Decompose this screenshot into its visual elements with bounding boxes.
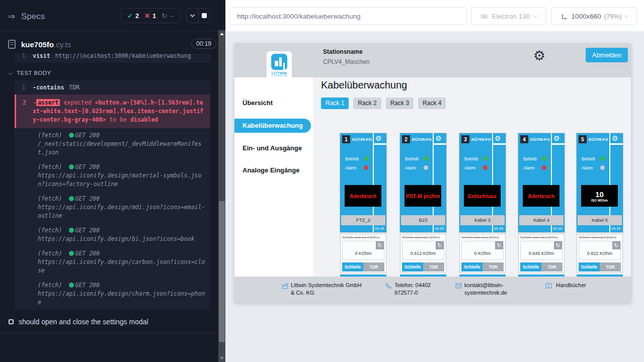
tdr-button[interactable]: TDR	[423, 262, 444, 272]
network-log-entry[interactable]: (fetch)GET 200 https://api.iconify.desig…	[15, 246, 210, 278]
resistance-value-box: ↻ 0.612 KOhm	[402, 241, 444, 260]
network-log-entry[interactable]: (fetch)GET 200 https://api.iconify.desig…	[15, 192, 210, 223]
specs-list-icon[interactable]: ⇒	[8, 11, 15, 22]
fetch-status: GET 200	[75, 250, 99, 257]
divider	[0, 332, 218, 333]
betrieb-label: Betrieb	[523, 156, 537, 161]
firmware-version: V4.19	[611, 227, 620, 230]
schleife-button[interactable]: Schleife	[402, 262, 423, 272]
schleife-button[interactable]: Schleife	[461, 262, 482, 272]
card-settings-gear-icon[interactable]: ⚙	[612, 135, 618, 142]
reporter-scrollbar[interactable]	[218, 30, 225, 362]
app-content: Kabelüberwachung Rack 1 Rack 2 Rack 3 Ra…	[313, 77, 631, 277]
station-name: CPLV4_Maschen	[323, 58, 370, 65]
test-body-header[interactable]: TEST BODY	[0, 65, 218, 80]
tdr-button[interactable]: TDR	[541, 262, 562, 272]
betrieb-label: Betrieb	[345, 156, 359, 161]
command-visit[interactable]: 1 visit http://localhost:3000/kabelueber…	[15, 53, 210, 63]
alarm-label: Alarm	[523, 165, 534, 170]
divider	[0, 31, 218, 31]
factory-icon	[281, 282, 289, 290]
sidebar-item-analoge-eingaenge[interactable]: Analoge Eingänge	[234, 166, 299, 174]
stat-passed: ✓2	[127, 12, 139, 20]
card-settings-gear-icon[interactable]: ⚙	[553, 135, 560, 142]
viewport-select[interactable]: 1000x660 (79%)	[551, 7, 637, 25]
collapse-button[interactable]	[187, 9, 199, 23]
scroll-up-arrow-icon[interactable]	[220, 33, 224, 35]
resistance-value-box: ↻ 0 KOhm	[342, 241, 384, 260]
url-input[interactable]	[230, 8, 466, 25]
tdr-button[interactable]: TDR	[363, 262, 384, 272]
browser-select[interactable]: Electron 130	[471, 7, 546, 25]
command-assert-failed[interactable]: 2 -assert expected <button.w-[50%].h-[1.…	[15, 95, 210, 128]
footer-company: Littwin Systemtechnik GmbH & Co. KG	[291, 282, 362, 297]
spec-file-icon	[8, 40, 16, 49]
card-settings-gear-icon[interactable]: ⚙	[495, 135, 501, 142]
network-log-entry[interactable]: (fetch)GET 200 /_next/static/development…	[15, 128, 210, 160]
resistance-panel: Schleifenwiderstand [kOhm] ↻ 0.645 KOhm …	[518, 234, 565, 273]
logout-button[interactable]: Abmelden	[586, 48, 628, 62]
tab-rack-4[interactable]: Rack 4	[418, 98, 446, 109]
refresh-button[interactable]: ↻	[495, 241, 503, 249]
schleife-button[interactable]: Schleife	[520, 262, 541, 272]
command-contains[interactable]: 1 -contains TDR	[15, 80, 210, 95]
fetch-method: (fetch)	[38, 163, 62, 170]
pending-test-icon	[9, 319, 14, 324]
status-display: Aderbruch	[345, 185, 381, 207]
url-bar[interactable]	[229, 7, 467, 25]
refresh-button[interactable]: ↻	[612, 241, 620, 249]
divider	[493, 143, 506, 145]
book-icon	[545, 282, 552, 290]
tab-rack-3[interactable]: Rack 3	[386, 98, 414, 109]
module-model: KÜ705-FO	[471, 137, 491, 142]
scroll-down-arrow-icon[interactable]	[220, 357, 224, 359]
slot-number: 4	[520, 135, 528, 143]
brand-subtitle: SYSTEMTECHNIK	[271, 75, 287, 77]
stop-button[interactable]	[199, 9, 210, 23]
fetch-url: https://api.iconify.design/charm.json?ic…	[38, 290, 205, 307]
pending-test-row[interactable]: should open and close the settings modal	[0, 318, 218, 326]
refresh-button[interactable]: ↻	[436, 241, 444, 249]
card-settings-gear-icon[interactable]: ⚙	[435, 135, 442, 142]
sidebar-item-kabelueberwachung[interactable]: Kabelüberwachung	[234, 119, 311, 133]
spec-file-name[interactable]: kue705fo.cy.ts	[21, 40, 71, 49]
tab-rack-2[interactable]: Rack 2	[353, 98, 381, 109]
monitor-card-4: 4 KÜ705-FO ⚙ Betrieb Alarm Aderbruch Kab…	[518, 133, 565, 277]
browser-label: Electron 130	[492, 13, 530, 20]
sidebar-item-ein-und-ausgaenge[interactable]: Ein- und Ausgänge	[234, 144, 302, 152]
sidebar-item-uebersicht[interactable]: Übersicht	[234, 99, 273, 107]
module-model: KÜ705-FO	[530, 137, 550, 142]
tdr-button[interactable]: TDR	[482, 262, 504, 272]
littwin-logo: LITTWIN SYSTEMTECHNIK	[267, 51, 292, 81]
settings-gear-icon[interactable]: ⚙	[533, 49, 545, 63]
cable-name: FTZ_2	[341, 215, 385, 225]
firmware-version: V4.19	[375, 227, 384, 230]
schleife-button[interactable]: Schleife	[579, 262, 600, 272]
network-log-entry[interactable]: (fetch)GET 200 https://api.iconify.desig…	[15, 278, 210, 310]
network-log-entry[interactable]: (fetch)GET 200 https://api.iconify.desig…	[15, 223, 210, 246]
tab-rack-1[interactable]: Rack 1	[321, 98, 349, 109]
scrollbar-thumb[interactable]	[219, 201, 225, 342]
betrieb-label: Betrieb	[405, 156, 419, 161]
card-settings-gear-icon[interactable]: ⚙	[375, 135, 382, 142]
network-log-entry[interactable]: (fetch)GET 200 https://api.iconify.desig…	[15, 160, 210, 192]
status-text: Aderbruch	[350, 193, 376, 199]
success-dot-icon	[69, 196, 74, 201]
status-display: PST-M prüfen	[405, 185, 441, 207]
divider	[552, 143, 565, 145]
footer-manuals[interactable]: Handbücher	[556, 282, 586, 289]
divider	[551, 225, 552, 232]
schleife-button[interactable]: Schleife	[342, 262, 363, 272]
success-dot-icon	[69, 228, 74, 233]
specs-label[interactable]: Specs	[21, 12, 45, 22]
measure-buttons: Schleife TDR	[342, 262, 384, 272]
assert-to-be: to be	[109, 116, 127, 123]
refresh-button[interactable]: ↻	[554, 241, 562, 249]
stat-pending: ↻--	[162, 12, 174, 20]
tdr-button[interactable]: TDR	[600, 262, 621, 272]
refresh-button[interactable]: ↻	[376, 241, 384, 249]
monitor-card-2: 2 KÜ705-FO ⚙ Betrieb Alarm PST-M prüfen …	[400, 133, 446, 277]
divider	[434, 143, 446, 145]
app-footer: Littwin Systemtechnik GmbH & Co. KG Tele…	[234, 277, 631, 303]
module-model: KÜ705-FO	[412, 137, 432, 142]
